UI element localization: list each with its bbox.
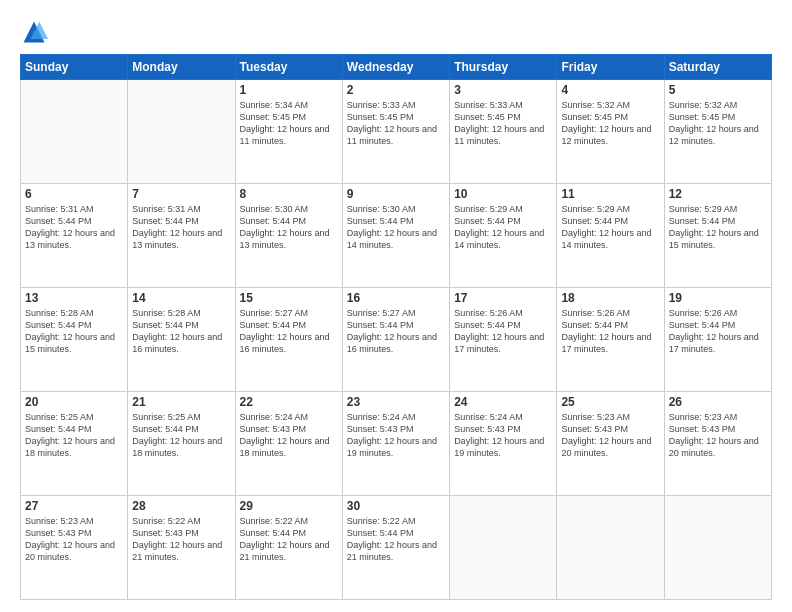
calendar-week-5: 27Sunrise: 5:23 AM Sunset: 5:43 PM Dayli… xyxy=(21,496,772,600)
day-info: Sunrise: 5:29 AM Sunset: 5:44 PM Dayligh… xyxy=(454,203,552,252)
day-number: 4 xyxy=(561,83,659,97)
day-info: Sunrise: 5:28 AM Sunset: 5:44 PM Dayligh… xyxy=(25,307,123,356)
day-number: 17 xyxy=(454,291,552,305)
calendar-cell: 5Sunrise: 5:32 AM Sunset: 5:45 PM Daylig… xyxy=(664,80,771,184)
calendar-cell: 22Sunrise: 5:24 AM Sunset: 5:43 PM Dayli… xyxy=(235,392,342,496)
day-number: 18 xyxy=(561,291,659,305)
day-number: 2 xyxy=(347,83,445,97)
logo xyxy=(20,18,52,46)
day-number: 16 xyxy=(347,291,445,305)
calendar-cell xyxy=(557,496,664,600)
day-info: Sunrise: 5:26 AM Sunset: 5:44 PM Dayligh… xyxy=(669,307,767,356)
calendar-cell: 8Sunrise: 5:30 AM Sunset: 5:44 PM Daylig… xyxy=(235,184,342,288)
calendar-cell: 20Sunrise: 5:25 AM Sunset: 5:44 PM Dayli… xyxy=(21,392,128,496)
calendar-cell: 28Sunrise: 5:22 AM Sunset: 5:43 PM Dayli… xyxy=(128,496,235,600)
day-info: Sunrise: 5:23 AM Sunset: 5:43 PM Dayligh… xyxy=(561,411,659,460)
day-info: Sunrise: 5:32 AM Sunset: 5:45 PM Dayligh… xyxy=(669,99,767,148)
calendar-header: SundayMondayTuesdayWednesdayThursdayFrid… xyxy=(21,55,772,80)
day-number: 21 xyxy=(132,395,230,409)
day-number: 11 xyxy=(561,187,659,201)
calendar-cell: 18Sunrise: 5:26 AM Sunset: 5:44 PM Dayli… xyxy=(557,288,664,392)
day-info: Sunrise: 5:22 AM Sunset: 5:44 PM Dayligh… xyxy=(347,515,445,564)
weekday-header-saturday: Saturday xyxy=(664,55,771,80)
day-info: Sunrise: 5:33 AM Sunset: 5:45 PM Dayligh… xyxy=(347,99,445,148)
calendar-cell: 11Sunrise: 5:29 AM Sunset: 5:44 PM Dayli… xyxy=(557,184,664,288)
calendar-cell: 21Sunrise: 5:25 AM Sunset: 5:44 PM Dayli… xyxy=(128,392,235,496)
calendar-cell: 1Sunrise: 5:34 AM Sunset: 5:45 PM Daylig… xyxy=(235,80,342,184)
calendar-cell xyxy=(450,496,557,600)
day-info: Sunrise: 5:34 AM Sunset: 5:45 PM Dayligh… xyxy=(240,99,338,148)
day-number: 29 xyxy=(240,499,338,513)
calendar-cell: 26Sunrise: 5:23 AM Sunset: 5:43 PM Dayli… xyxy=(664,392,771,496)
weekday-header-wednesday: Wednesday xyxy=(342,55,449,80)
calendar-cell: 16Sunrise: 5:27 AM Sunset: 5:44 PM Dayli… xyxy=(342,288,449,392)
calendar-cell: 10Sunrise: 5:29 AM Sunset: 5:44 PM Dayli… xyxy=(450,184,557,288)
day-number: 13 xyxy=(25,291,123,305)
calendar-cell: 3Sunrise: 5:33 AM Sunset: 5:45 PM Daylig… xyxy=(450,80,557,184)
day-number: 9 xyxy=(347,187,445,201)
day-info: Sunrise: 5:31 AM Sunset: 5:44 PM Dayligh… xyxy=(25,203,123,252)
calendar-cell xyxy=(128,80,235,184)
weekday-header-tuesday: Tuesday xyxy=(235,55,342,80)
day-info: Sunrise: 5:23 AM Sunset: 5:43 PM Dayligh… xyxy=(669,411,767,460)
day-info: Sunrise: 5:33 AM Sunset: 5:45 PM Dayligh… xyxy=(454,99,552,148)
day-info: Sunrise: 5:30 AM Sunset: 5:44 PM Dayligh… xyxy=(347,203,445,252)
day-number: 10 xyxy=(454,187,552,201)
day-info: Sunrise: 5:28 AM Sunset: 5:44 PM Dayligh… xyxy=(132,307,230,356)
day-info: Sunrise: 5:30 AM Sunset: 5:44 PM Dayligh… xyxy=(240,203,338,252)
day-number: 8 xyxy=(240,187,338,201)
weekday-header-monday: Monday xyxy=(128,55,235,80)
day-info: Sunrise: 5:25 AM Sunset: 5:44 PM Dayligh… xyxy=(25,411,123,460)
day-info: Sunrise: 5:25 AM Sunset: 5:44 PM Dayligh… xyxy=(132,411,230,460)
page: SundayMondayTuesdayWednesdayThursdayFrid… xyxy=(0,0,792,612)
calendar-cell: 14Sunrise: 5:28 AM Sunset: 5:44 PM Dayli… xyxy=(128,288,235,392)
day-info: Sunrise: 5:32 AM Sunset: 5:45 PM Dayligh… xyxy=(561,99,659,148)
day-info: Sunrise: 5:24 AM Sunset: 5:43 PM Dayligh… xyxy=(240,411,338,460)
calendar-cell: 17Sunrise: 5:26 AM Sunset: 5:44 PM Dayli… xyxy=(450,288,557,392)
day-number: 12 xyxy=(669,187,767,201)
calendar-cell: 9Sunrise: 5:30 AM Sunset: 5:44 PM Daylig… xyxy=(342,184,449,288)
weekday-header-row: SundayMondayTuesdayWednesdayThursdayFrid… xyxy=(21,55,772,80)
calendar-body: 1Sunrise: 5:34 AM Sunset: 5:45 PM Daylig… xyxy=(21,80,772,600)
day-number: 24 xyxy=(454,395,552,409)
calendar-cell: 19Sunrise: 5:26 AM Sunset: 5:44 PM Dayli… xyxy=(664,288,771,392)
day-info: Sunrise: 5:26 AM Sunset: 5:44 PM Dayligh… xyxy=(561,307,659,356)
calendar-cell: 7Sunrise: 5:31 AM Sunset: 5:44 PM Daylig… xyxy=(128,184,235,288)
calendar-cell: 24Sunrise: 5:24 AM Sunset: 5:43 PM Dayli… xyxy=(450,392,557,496)
calendar-week-3: 13Sunrise: 5:28 AM Sunset: 5:44 PM Dayli… xyxy=(21,288,772,392)
calendar-cell xyxy=(21,80,128,184)
day-info: Sunrise: 5:23 AM Sunset: 5:43 PM Dayligh… xyxy=(25,515,123,564)
day-number: 27 xyxy=(25,499,123,513)
calendar-cell: 12Sunrise: 5:29 AM Sunset: 5:44 PM Dayli… xyxy=(664,184,771,288)
day-info: Sunrise: 5:29 AM Sunset: 5:44 PM Dayligh… xyxy=(561,203,659,252)
day-info: Sunrise: 5:22 AM Sunset: 5:44 PM Dayligh… xyxy=(240,515,338,564)
day-number: 15 xyxy=(240,291,338,305)
day-number: 20 xyxy=(25,395,123,409)
logo-icon xyxy=(20,18,48,46)
day-number: 28 xyxy=(132,499,230,513)
calendar-cell: 27Sunrise: 5:23 AM Sunset: 5:43 PM Dayli… xyxy=(21,496,128,600)
day-info: Sunrise: 5:26 AM Sunset: 5:44 PM Dayligh… xyxy=(454,307,552,356)
day-info: Sunrise: 5:27 AM Sunset: 5:44 PM Dayligh… xyxy=(240,307,338,356)
day-info: Sunrise: 5:29 AM Sunset: 5:44 PM Dayligh… xyxy=(669,203,767,252)
calendar-cell: 13Sunrise: 5:28 AM Sunset: 5:44 PM Dayli… xyxy=(21,288,128,392)
day-number: 5 xyxy=(669,83,767,97)
weekday-header-friday: Friday xyxy=(557,55,664,80)
calendar-cell: 29Sunrise: 5:22 AM Sunset: 5:44 PM Dayli… xyxy=(235,496,342,600)
day-number: 26 xyxy=(669,395,767,409)
day-number: 22 xyxy=(240,395,338,409)
day-number: 23 xyxy=(347,395,445,409)
calendar-cell: 15Sunrise: 5:27 AM Sunset: 5:44 PM Dayli… xyxy=(235,288,342,392)
calendar-week-2: 6Sunrise: 5:31 AM Sunset: 5:44 PM Daylig… xyxy=(21,184,772,288)
day-info: Sunrise: 5:24 AM Sunset: 5:43 PM Dayligh… xyxy=(347,411,445,460)
calendar-week-4: 20Sunrise: 5:25 AM Sunset: 5:44 PM Dayli… xyxy=(21,392,772,496)
calendar-week-1: 1Sunrise: 5:34 AM Sunset: 5:45 PM Daylig… xyxy=(21,80,772,184)
day-number: 6 xyxy=(25,187,123,201)
calendar-cell: 25Sunrise: 5:23 AM Sunset: 5:43 PM Dayli… xyxy=(557,392,664,496)
calendar-cell xyxy=(664,496,771,600)
day-number: 25 xyxy=(561,395,659,409)
day-number: 3 xyxy=(454,83,552,97)
calendar-cell: 6Sunrise: 5:31 AM Sunset: 5:44 PM Daylig… xyxy=(21,184,128,288)
calendar-table: SundayMondayTuesdayWednesdayThursdayFrid… xyxy=(20,54,772,600)
day-number: 19 xyxy=(669,291,767,305)
